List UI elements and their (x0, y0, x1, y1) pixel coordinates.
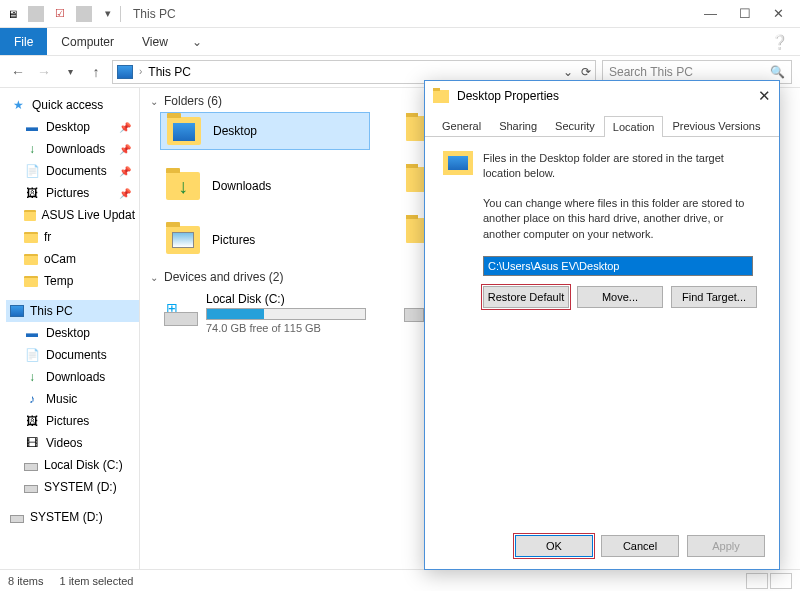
restore-default-button[interactable]: Restore Default (483, 286, 569, 308)
drive-icon (24, 485, 38, 493)
computer-tab[interactable]: Computer (47, 28, 128, 55)
tab-previous-versions[interactable]: Previous Versions (663, 115, 769, 136)
minimize-icon[interactable]: — (704, 6, 717, 21)
tab-general[interactable]: General (433, 115, 490, 136)
folder-item-pictures[interactable]: Pictures (160, 222, 370, 258)
chevron-down-icon: ⌄ (150, 272, 158, 283)
sidebar-item-this-pc[interactable]: This PC (6, 300, 139, 322)
view-mode-buttons (746, 573, 792, 589)
sidebar-item-label: oCam (44, 252, 76, 266)
qat-dropdown-icon[interactable]: ▾ (100, 6, 116, 22)
folder-icon (24, 210, 36, 221)
thumbnails-view-button[interactable] (770, 573, 792, 589)
close-icon[interactable]: ✕ (758, 87, 771, 105)
sidebar-item-pc-system[interactable]: SYSTEM (D:) (6, 476, 139, 498)
dialog-tabs: General Sharing Security Location Previo… (425, 111, 779, 137)
sidebar-item-documents[interactable]: 📄Documents📌 (6, 160, 139, 182)
folder-item-desktop[interactable]: Desktop (160, 112, 370, 150)
sidebar-item-temp[interactable]: Temp (6, 270, 139, 292)
navigation-sidebar: ★ Quick access ▬Desktop📌 ↓Downloads📌 📄Do… (0, 88, 140, 569)
sidebar-item-system-d[interactable]: SYSTEM (D:) (6, 506, 139, 528)
sidebar-item-pc-downloads[interactable]: ↓Downloads (6, 366, 139, 388)
sidebar-item-pictures[interactable]: 🖼Pictures📌 (6, 182, 139, 204)
drive-icon: ⊞ (164, 300, 194, 326)
up-button[interactable]: ↑ (86, 64, 106, 80)
refresh-icon[interactable]: ⟳ (581, 65, 591, 79)
folder-label: Pictures (212, 233, 255, 247)
tab-location[interactable]: Location (604, 116, 664, 137)
move-button[interactable]: Move... (577, 286, 663, 308)
properties-icon[interactable]: ☑ (52, 6, 68, 22)
folder-label: Desktop (213, 124, 257, 138)
downloads-folder-icon (166, 172, 200, 200)
location-path-input[interactable]: C:\Users\Asus EV\Desktop (483, 256, 753, 276)
recent-dropdown-icon[interactable]: ▾ (60, 66, 80, 77)
drive-item-c[interactable]: ⊞ Local Disk (C:) 74.0 GB free of 115 GB (160, 288, 370, 338)
sidebar-item-ocam[interactable]: oCam (6, 248, 139, 270)
folder-icon (24, 232, 38, 243)
folder-item-downloads[interactable]: Downloads (160, 168, 370, 204)
quick-access-header[interactable]: ★ Quick access (6, 94, 139, 116)
sidebar-item-downloads[interactable]: ↓Downloads📌 (6, 138, 139, 160)
location-explanation: You can change where files in this folde… (483, 196, 761, 242)
app-icon: 🖥 (4, 6, 20, 22)
drive-icon (24, 463, 38, 471)
sidebar-item-label: Downloads (46, 370, 105, 384)
status-selection: 1 item selected (59, 575, 133, 587)
sidebar-item-label: Videos (46, 436, 82, 450)
sidebar-item-pc-videos[interactable]: 🎞Videos (6, 432, 139, 454)
sidebar-item-asus[interactable]: ASUS Live Updat (6, 204, 139, 226)
drive-free-space: 74.0 GB free of 115 GB (206, 322, 366, 334)
breadcrumb-sep-icon[interactable]: › (139, 66, 142, 77)
divider (120, 6, 121, 22)
tab-security[interactable]: Security (546, 115, 604, 136)
drive-name: Local Disk (C:) (206, 292, 366, 306)
quick-access-toolbar: 🖥 ☑ ▾ (4, 6, 116, 22)
desktop-icon: ▬ (24, 325, 40, 341)
sidebar-item-label: This PC (30, 304, 73, 318)
ribbon-expand-icon[interactable]: ⌄ (182, 28, 212, 55)
sidebar-item-pc-localdisk[interactable]: Local Disk (C:) (6, 454, 139, 476)
pin-icon: 📌 (119, 144, 135, 155)
pictures-folder-icon (166, 226, 200, 254)
downloads-icon: ↓ (24, 141, 40, 157)
sidebar-item-pc-pictures[interactable]: 🖼Pictures (6, 410, 139, 432)
pin-icon: 📌 (119, 166, 135, 177)
dialog-pane: Files in the Desktop folder are stored i… (425, 137, 779, 322)
sidebar-item-pc-desktop[interactable]: ▬Desktop (6, 322, 139, 344)
group-header-label: Devices and drives (2) (164, 270, 283, 284)
status-item-count: 8 items (8, 575, 43, 587)
cancel-button[interactable]: Cancel (601, 535, 679, 557)
star-icon: ★ (10, 97, 26, 113)
location-description: Files in the Desktop folder are stored i… (483, 151, 761, 182)
sidebar-item-label: Desktop (46, 120, 90, 134)
close-icon[interactable]: ✕ (773, 6, 784, 21)
sidebar-item-pc-music[interactable]: ♪Music (6, 388, 139, 410)
desktop-folder-icon (167, 117, 201, 145)
address-dropdown-icon[interactable]: ⌄ (563, 65, 573, 79)
sidebar-item-fr[interactable]: fr (6, 226, 139, 248)
sidebar-item-label: Music (46, 392, 77, 406)
details-view-button[interactable] (746, 573, 768, 589)
folder-icon (433, 90, 449, 103)
sidebar-item-label: Documents (46, 348, 107, 362)
sidebar-item-pc-documents[interactable]: 📄Documents (6, 344, 139, 366)
maximize-icon[interactable]: ☐ (739, 6, 751, 21)
breadcrumb[interactable]: This PC (148, 65, 191, 79)
sidebar-item-desktop[interactable]: ▬Desktop📌 (6, 116, 139, 138)
file-tab[interactable]: File (0, 28, 47, 55)
help-icon[interactable]: ❔ (759, 28, 800, 55)
tab-sharing[interactable]: Sharing (490, 115, 546, 136)
ok-button[interactable]: OK (515, 535, 593, 557)
sidebar-item-label: fr (44, 230, 51, 244)
desktop-icon: ▬ (24, 119, 40, 135)
find-target-button[interactable]: Find Target... (671, 286, 757, 308)
desktop-folder-icon (443, 151, 473, 175)
forward-button[interactable]: → (34, 64, 54, 80)
view-tab[interactable]: View (128, 28, 182, 55)
folder-icon (24, 254, 38, 265)
apply-button[interactable]: Apply (687, 535, 765, 557)
status-bar: 8 items 1 item selected (0, 569, 800, 591)
drive-info: Local Disk (C:) 74.0 GB free of 115 GB (206, 292, 366, 334)
back-button[interactable]: ← (8, 64, 28, 80)
